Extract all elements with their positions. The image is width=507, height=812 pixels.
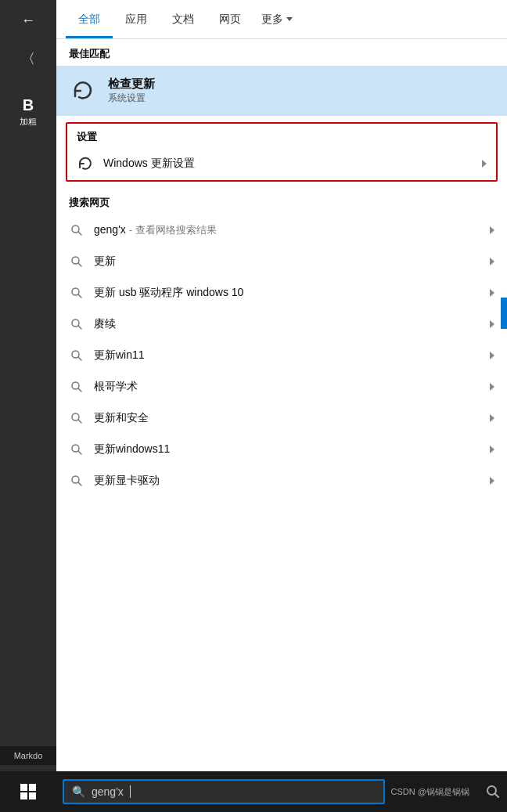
- result-item-7[interactable]: 更新windows11: [56, 434, 507, 465]
- tab-all[interactable]: 全部: [66, 2, 113, 38]
- result-text-3: 赓续: [94, 317, 480, 331]
- search-icon-5: [69, 379, 84, 395]
- search-icon-1: [69, 254, 84, 269]
- taskbar-search-bar[interactable]: 🔍 geng'x: [63, 779, 385, 804]
- back-button[interactable]: ←: [15, 6, 41, 35]
- search-icon-0: [69, 222, 84, 238]
- tab-more[interactable]: 更多: [254, 2, 300, 38]
- search-icon-6: [69, 410, 84, 426]
- result-chevron-1: [490, 258, 494, 265]
- result-text-1: 更新: [94, 254, 480, 269]
- refresh-icon: [69, 77, 97, 105]
- best-match-item[interactable]: 检查更新 系统设置: [56, 66, 507, 116]
- result-chevron-6: [490, 414, 494, 422]
- windows-update-icon: [77, 155, 94, 172]
- result-item-4[interactable]: 更新win11: [56, 340, 507, 371]
- svg-line-3: [78, 263, 81, 266]
- result-text-7: 更新windows11: [94, 442, 480, 457]
- result-chevron-4: [490, 352, 494, 359]
- svg-rect-21: [29, 792, 36, 799]
- result-text-2: 更新 usb 驱动程序 windows 10: [94, 286, 480, 300]
- windows-logo-icon: [20, 783, 37, 800]
- settings-section: 设置 Windows 更新设置: [66, 122, 498, 182]
- tab-docs[interactable]: 文档: [160, 2, 207, 38]
- svg-line-5: [78, 294, 81, 298]
- best-match-label: 最佳匹配: [56, 39, 507, 66]
- result-item-0[interactable]: geng'x - 查看网络搜索结果: [56, 215, 507, 246]
- best-match-title: 检查更新: [108, 77, 155, 92]
- start-button[interactable]: [0, 771, 56, 812]
- result-item-3[interactable]: 赓续: [56, 309, 507, 340]
- result-chevron-8: [490, 477, 494, 485]
- result-chevron-5: [490, 383, 494, 391]
- taskbar-watermark: CSDN @锅锅是锅锅: [391, 786, 469, 798]
- result-chevron-7: [490, 446, 494, 453]
- result-item-8[interactable]: 更新显卡驱动: [56, 465, 507, 496]
- settings-item-text: Windows 更新设置: [103, 157, 473, 171]
- taskbar-cursor: [130, 785, 131, 798]
- taskbar-search-button[interactable]: [479, 778, 507, 806]
- taskbar: 🔍 geng'x CSDN @锅锅是锅锅: [0, 771, 507, 812]
- svg-line-11: [78, 388, 81, 392]
- svg-line-17: [78, 482, 81, 485]
- svg-rect-20: [20, 792, 27, 799]
- result-text-4: 更新win11: [94, 348, 480, 363]
- result-item-5[interactable]: 根哥学术: [56, 371, 507, 402]
- svg-line-9: [78, 357, 81, 360]
- result-text-8: 更新显卡驱动: [94, 474, 480, 488]
- best-match-subtitle: 系统设置: [108, 92, 155, 105]
- svg-line-1: [78, 232, 81, 235]
- search-icon-3: [69, 316, 84, 332]
- svg-rect-18: [20, 784, 27, 791]
- tabs-row: 全部 应用 文档 网页 更多: [56, 0, 507, 39]
- settings-windows-update[interactable]: Windows 更新设置: [67, 147, 496, 180]
- left-sidebar: ← 〈 B 加粗 Markdo: [0, 0, 56, 812]
- svg-line-13: [78, 420, 81, 423]
- tab-apps[interactable]: 应用: [113, 2, 160, 38]
- svg-line-15: [78, 451, 81, 454]
- taskbar-right: CSDN @锅锅是锅锅: [391, 786, 479, 798]
- svg-line-7: [78, 326, 81, 329]
- chevron-down-icon: [286, 17, 293, 21]
- chevron-right-icon: [482, 160, 487, 168]
- result-item-2[interactable]: 更新 usb 驱动程序 windows 10: [56, 277, 507, 309]
- search-icon-8: [69, 473, 84, 489]
- result-item-1[interactable]: 更新: [56, 246, 507, 277]
- search-icon-2: [69, 285, 84, 301]
- svg-rect-19: [29, 784, 36, 791]
- result-chevron-0: [490, 226, 494, 234]
- result-chevron-2: [490, 289, 494, 297]
- bold-button[interactable]: B 加粗: [10, 90, 46, 134]
- web-section-label: 搜索网页: [56, 188, 507, 215]
- search-icon-7: [69, 442, 84, 457]
- result-chevron-3: [490, 320, 494, 328]
- result-item-6[interactable]: 更新和安全: [56, 402, 507, 434]
- result-text-5: 根哥学术: [94, 380, 480, 394]
- best-match-text: 检查更新 系统设置: [108, 77, 155, 105]
- result-text-0: geng'x - 查看网络搜索结果: [94, 223, 480, 237]
- settings-label: 设置: [67, 124, 496, 147]
- tab-web[interactable]: 网页: [207, 2, 254, 38]
- markdown-label: Markdo: [0, 746, 56, 765]
- search-icon-4: [69, 348, 84, 363]
- content-area: 最佳匹配 检查更新 系统设置 设置: [56, 39, 507, 776]
- svg-line-23: [495, 794, 499, 798]
- search-panel: 全部 应用 文档 网页 更多 最佳匹配 检查更新 系统设置 设置: [56, 0, 507, 812]
- taskbar-search-text: geng'x: [92, 785, 124, 798]
- taskbar-search-icon: 🔍: [72, 785, 85, 798]
- collapse-button[interactable]: 〈: [15, 43, 41, 74]
- result-text-6: 更新和安全: [94, 411, 480, 425]
- scroll-indicator: [501, 298, 507, 329]
